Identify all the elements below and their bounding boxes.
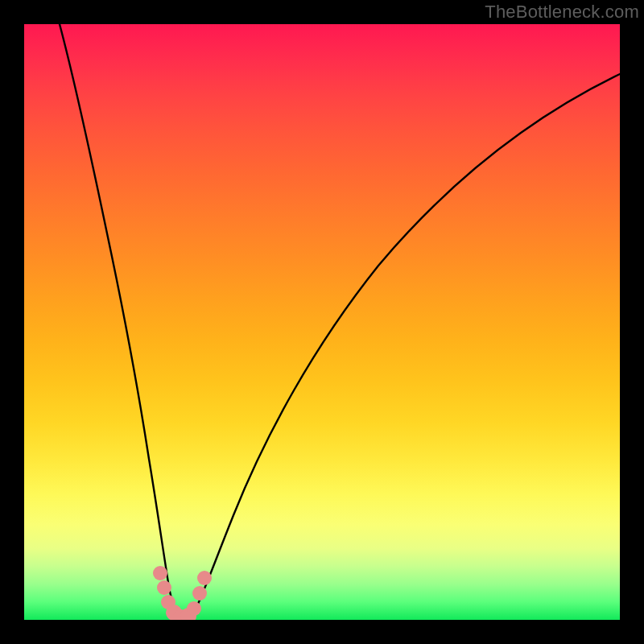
marker-dot bbox=[157, 580, 171, 595]
marker-dot bbox=[197, 571, 212, 585]
marker-dot bbox=[192, 586, 207, 601]
marker-dot bbox=[153, 566, 167, 580]
plot-area bbox=[24, 24, 620, 620]
bottleneck-curve bbox=[60, 24, 620, 619]
marker-group bbox=[153, 566, 212, 620]
marker-dot bbox=[187, 601, 201, 616]
watermark-text: TheBottleneck.com bbox=[485, 2, 639, 23]
chart-frame: TheBottleneck.com bbox=[0, 0, 644, 644]
curve-svg bbox=[24, 24, 620, 620]
